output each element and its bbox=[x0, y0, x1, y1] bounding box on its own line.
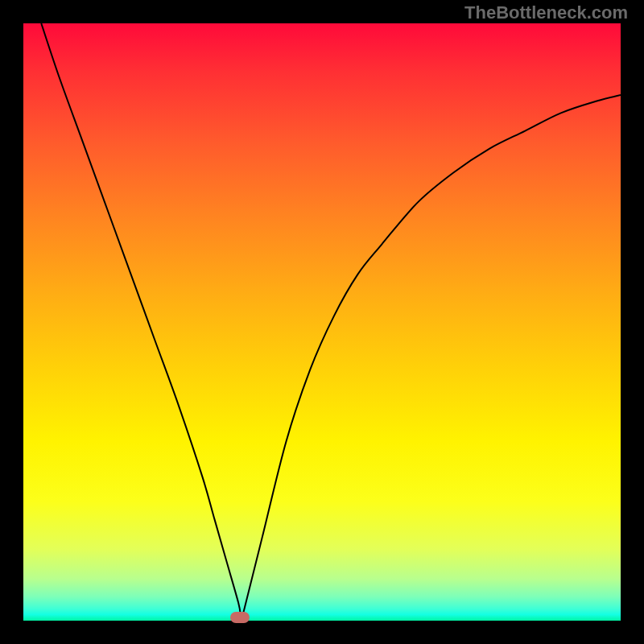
curve-path bbox=[41, 23, 621, 619]
bottleneck-curve bbox=[23, 23, 621, 621]
chart-plot-area bbox=[23, 23, 621, 621]
watermark-text: TheBottleneck.com bbox=[464, 2, 628, 23]
optimal-point-marker bbox=[230, 612, 250, 623]
